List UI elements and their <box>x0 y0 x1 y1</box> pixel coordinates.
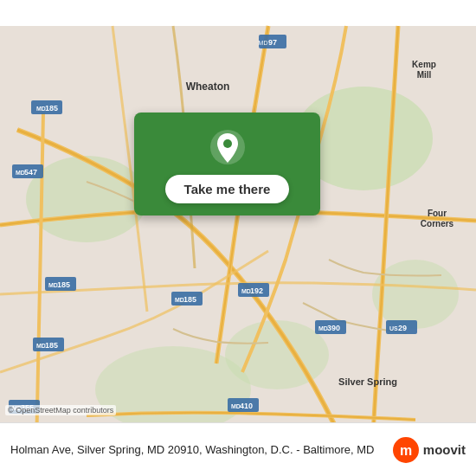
svg-text:547: 547 <box>24 168 37 177</box>
svg-text:185: 185 <box>45 341 58 350</box>
svg-point-4 <box>95 346 251 433</box>
moovit-brand-text: moovit <box>423 442 466 457</box>
map-container: 97 MD MD 185 MD 547 MD 185 MD 185 MD 355… <box>0 0 476 476</box>
svg-text:Wheaton: Wheaton <box>186 80 230 93</box>
svg-text:185: 185 <box>45 104 58 113</box>
svg-text:390: 390 <box>327 324 340 332</box>
svg-text:Mill: Mill <box>417 70 432 80</box>
location-pin-icon <box>209 128 247 166</box>
address-text: Holman Ave, Silver Spring, MD 20910, Was… <box>10 443 375 456</box>
svg-text:410: 410 <box>240 402 253 410</box>
svg-text:Kemp: Kemp <box>412 60 436 69</box>
svg-text:97: 97 <box>268 38 277 47</box>
moovit-icon-svg: m <box>392 436 420 464</box>
svg-text:29: 29 <box>398 324 407 332</box>
take-me-there-button[interactable]: Take me there <box>165 175 290 203</box>
location-card: Take me there <box>134 113 320 215</box>
svg-text:US: US <box>389 325 398 331</box>
svg-text:185: 185 <box>183 295 196 304</box>
map-attribution: © OpenStreetMap contributors <box>5 405 116 415</box>
address-section: Holman Ave, Silver Spring, MD 20910, Was… <box>10 441 383 458</box>
svg-text:Silver Spring: Silver Spring <box>338 376 397 387</box>
svg-text:Corners: Corners <box>421 219 454 228</box>
svg-text:m: m <box>400 443 412 458</box>
bottom-bar: Holman Ave, Silver Spring, MD 20910, Was… <box>0 422 476 476</box>
svg-text:192: 192 <box>250 286 263 295</box>
svg-text:MD: MD <box>259 40 268 46</box>
svg-point-46 <box>223 139 232 148</box>
svg-text:Four: Four <box>428 209 447 218</box>
svg-text:185: 185 <box>57 280 70 289</box>
moovit-logo: m moovit <box>392 436 466 464</box>
